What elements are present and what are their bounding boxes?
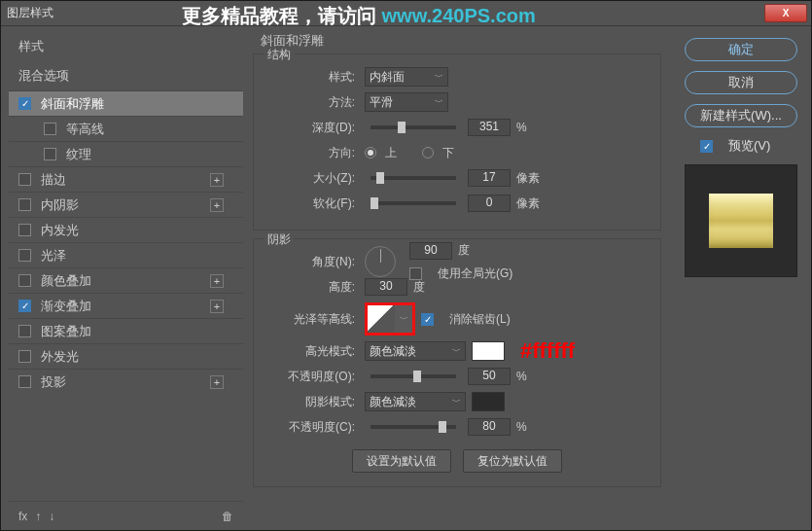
- angle-input[interactable]: 90: [409, 242, 452, 260]
- style-item-4[interactable]: 内阴影+: [9, 192, 243, 217]
- style-checkbox[interactable]: [44, 123, 56, 135]
- chevron-down-icon: ﹀: [452, 345, 461, 358]
- fx-icon[interactable]: fx: [18, 510, 27, 523]
- blending-options[interactable]: 混合选项: [9, 61, 243, 90]
- preview-thumbnail: [685, 164, 797, 277]
- reset-default-button[interactable]: 复位为默认值: [463, 449, 562, 473]
- shadow-color-swatch[interactable]: [472, 392, 505, 411]
- arrow-up-icon[interactable]: ↑: [35, 510, 41, 523]
- style-checkbox[interactable]: [18, 300, 31, 312]
- style-item-3[interactable]: 描边+: [9, 166, 243, 192]
- gloss-contour-picker[interactable]: ﹀: [365, 302, 415, 336]
- highlight-opacity-input[interactable]: 50: [468, 368, 511, 385]
- new-style-button[interactable]: 新建样式(W)...: [685, 104, 797, 127]
- ok-button[interactable]: 确定: [685, 38, 797, 61]
- angle-dial[interactable]: [365, 246, 396, 277]
- highlight-opacity-slider[interactable]: [371, 374, 456, 378]
- depth-label: 深度(D):: [265, 120, 355, 136]
- shadow-mode-select[interactable]: 颜色減淡﹀: [365, 392, 466, 411]
- preview-checkbox[interactable]: [700, 140, 713, 153]
- options-panel: 斜面和浮雕 结构 样式: 内斜面﹀ 方法: 平滑﹀ 深度(D): 351 %: [243, 26, 671, 530]
- style-item-7[interactable]: 颜色叠加+: [9, 267, 243, 293]
- depth-input[interactable]: 351: [468, 119, 511, 136]
- shadow-opacity-slider[interactable]: [371, 425, 456, 429]
- percent-unit: %: [516, 121, 527, 134]
- cancel-button[interactable]: 取消: [685, 71, 797, 94]
- direction-up-radio[interactable]: [365, 147, 376, 159]
- banner-text-1: 更多精品教程，请访问: [182, 5, 382, 26]
- soften-slider[interactable]: [371, 201, 456, 205]
- altitude-input[interactable]: 30: [365, 278, 407, 296]
- highlight-mode-label: 高光模式:: [265, 343, 355, 360]
- trash-icon[interactable]: 🗑: [222, 510, 233, 523]
- highlight-mode-select[interactable]: 颜色減淡﹀: [365, 341, 466, 361]
- style-select[interactable]: 内斜面﹀: [365, 67, 448, 87]
- style-item-8[interactable]: 渐变叠加+: [9, 293, 243, 318]
- style-item-6[interactable]: 光泽: [9, 242, 243, 267]
- size-input[interactable]: 17: [468, 169, 511, 187]
- structure-fieldset: 结构 样式: 内斜面﹀ 方法: 平滑﹀ 深度(D): 351 % 方向:: [253, 53, 661, 230]
- style-checkbox[interactable]: [18, 249, 31, 262]
- highlight-opacity-label: 不透明度(O):: [265, 369, 355, 385]
- style-label: 光泽: [41, 247, 66, 265]
- style-checkbox[interactable]: [18, 173, 31, 186]
- arrow-down-icon[interactable]: ↓: [49, 510, 54, 523]
- size-label: 大小(Z):: [265, 170, 355, 187]
- styles-header: 样式: [9, 32, 243, 61]
- style-checkbox[interactable]: [18, 325, 31, 337]
- global-light-label: 使用全局光(G): [438, 266, 512, 282]
- style-checkbox[interactable]: [18, 375, 31, 388]
- technique-select[interactable]: 平滑﹀: [365, 92, 448, 112]
- layer-style-dialog: 图层样式 X 更多精品教程，请访问 www.240PS.com 样式 混合选项 …: [0, 0, 812, 531]
- add-effect-icon[interactable]: +: [210, 375, 224, 389]
- style-label: 斜面和浮雕: [41, 95, 104, 113]
- add-effect-icon[interactable]: +: [210, 274, 224, 288]
- add-effect-icon[interactable]: +: [210, 173, 224, 187]
- soften-input[interactable]: 0: [468, 195, 511, 212]
- style-item-1[interactable]: 等高线: [9, 116, 243, 141]
- shadow-mode-label: 阴影模式:: [265, 394, 355, 410]
- style-item-9[interactable]: 图案叠加: [9, 318, 243, 343]
- gloss-contour-label: 光泽等高线:: [265, 311, 355, 328]
- style-item-10[interactable]: 外发光: [9, 343, 243, 369]
- style-label: 投影: [41, 373, 66, 391]
- antialias-checkbox[interactable]: [421, 313, 434, 326]
- style-label: 样式:: [265, 69, 355, 86]
- preview-label: 预览(V): [728, 137, 770, 155]
- make-default-button[interactable]: 设置为默认值: [352, 449, 451, 473]
- shadow-opacity-input[interactable]: 80: [468, 418, 511, 436]
- chevron-down-icon: ﹀: [395, 305, 412, 333]
- style-checkbox[interactable]: [18, 274, 31, 287]
- shading-fieldset: 阴影 角度(N): 90 度 使用全局光(G): [253, 238, 661, 487]
- window-title: 图层样式: [7, 5, 53, 21]
- highlight-color-swatch[interactable]: [472, 341, 505, 361]
- style-item-11[interactable]: 投影+: [9, 369, 243, 394]
- style-checkbox[interactable]: [44, 148, 56, 160]
- structure-label: 结构: [264, 47, 295, 63]
- style-item-0[interactable]: 斜面和浮雕: [9, 90, 243, 116]
- depth-slider[interactable]: [371, 125, 456, 129]
- shading-label: 阴影: [264, 231, 295, 248]
- px-unit: 像素: [516, 195, 540, 212]
- direction-down-radio[interactable]: [422, 147, 434, 159]
- style-checkbox[interactable]: [18, 224, 31, 236]
- styles-panel: 样式 混合选项 斜面和浮雕等高线纹理描边+内阴影+内发光光泽颜色叠加+渐变叠加+…: [1, 26, 243, 530]
- chevron-down-icon: ﹀: [452, 396, 461, 408]
- add-effect-icon[interactable]: +: [210, 300, 224, 313]
- style-checkbox[interactable]: [18, 198, 31, 211]
- chevron-down-icon: ﹀: [435, 96, 443, 109]
- soften-label: 软化(F):: [265, 195, 355, 212]
- technique-label: 方法:: [265, 94, 355, 111]
- preview-swatch: [709, 194, 773, 248]
- style-item-2[interactable]: 纹理: [9, 141, 243, 166]
- style-label: 渐变叠加: [41, 298, 91, 315]
- style-label: 描边: [41, 171, 66, 189]
- style-label: 外发光: [41, 348, 79, 366]
- style-checkbox[interactable]: [18, 97, 31, 110]
- add-effect-icon[interactable]: +: [210, 198, 224, 212]
- size-slider[interactable]: [371, 176, 456, 180]
- style-checkbox[interactable]: [18, 350, 31, 363]
- style-label: 内阴影: [41, 196, 79, 214]
- style-item-5[interactable]: 内发光: [9, 217, 243, 242]
- close-button[interactable]: X: [764, 4, 807, 22]
